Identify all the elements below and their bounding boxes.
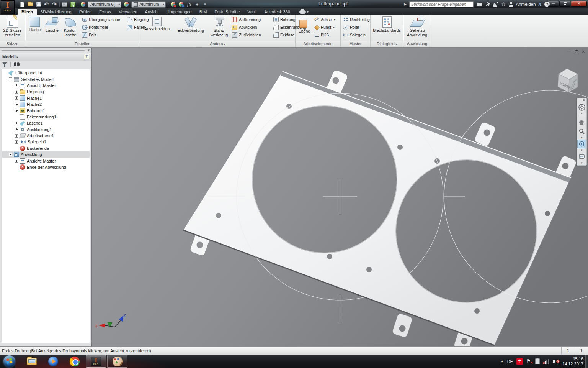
flaeche-button[interactable]: Fläche	[26, 15, 44, 32]
find-binoculars-icon[interactable]	[14, 62, 20, 67]
orbit-button[interactable]	[577, 140, 586, 148]
expand-icon[interactable]	[15, 122, 18, 125]
search-input[interactable]	[409, 1, 474, 7]
tree-item-flaeche2[interactable]: Fläche2	[2, 101, 90, 107]
expand-icon[interactable]	[15, 109, 18, 112]
auftrennung-button[interactable]: Auftrennung	[230, 16, 272, 23]
rechteckig-button[interactable]: Rechteckig	[341, 16, 371, 23]
panel-label-aendern[interactable]: Ändern	[140, 41, 295, 47]
tab-erste-schritte[interactable]: Erste Schritte	[211, 9, 243, 15]
appearance-button[interactable]	[80, 1, 86, 7]
navbar-caret-icon[interactable]: ▾	[581, 149, 583, 151]
expand-icon[interactable]	[15, 140, 18, 144]
start-button[interactable]	[3, 355, 15, 367]
tab-verwalten[interactable]: Verwalten	[115, 9, 141, 15]
polar-button[interactable]: Polar	[341, 23, 371, 31]
user-icon[interactable]	[509, 2, 513, 7]
material-browser-button[interactable]	[123, 1, 129, 7]
taskbar-media-player-button[interactable]	[43, 355, 63, 368]
appearance-combo[interactable]: Aluminium	[131, 1, 165, 8]
expand-icon[interactable]	[15, 134, 18, 138]
navigation-wheel-button[interactable]	[577, 103, 586, 112]
tree-item-flaeche1[interactable]: Fläche1	[2, 95, 90, 101]
communication-icon[interactable]	[493, 2, 498, 7]
tree-item-abwicklung[interactable]: Abwicklung	[2, 151, 90, 158]
panel-label-dialogfeld[interactable]: Dialogfeld	[371, 41, 403, 47]
taskbar-inventor-button[interactable]: IPRO	[86, 355, 106, 368]
close-button[interactable]: ✕	[571, 1, 587, 7]
gehe-zu-abwicklung-button[interactable]: Gehe zu Abwicklung	[404, 15, 430, 37]
lasche-button[interactable]: Lasche	[44, 15, 60, 33]
navbar-caret-icon[interactable]: ▾	[581, 162, 583, 164]
show-desktop-button[interactable]	[585, 355, 588, 368]
collapse-icon[interactable]	[9, 77, 12, 81]
panel-label-arbeitselemente[interactable]: Arbeitselemente	[296, 41, 340, 47]
wrench-icon[interactable]	[485, 2, 490, 7]
panel-label-muster[interactable]: Muster	[341, 41, 370, 47]
falz-button[interactable]: Falz	[80, 31, 126, 39]
parameters-button[interactable]: ƒx	[186, 1, 192, 7]
redo-button[interactable]: ↷	[51, 1, 57, 7]
expand-icon[interactable]	[15, 128, 18, 131]
tree-item-arbeitsebene1[interactable]: Arbeitsebene1	[2, 133, 90, 139]
navbar-caret-icon[interactable]: ▾	[581, 136, 583, 139]
tree-item-eckenrundung1[interactable]: Eckenrundung1	[2, 114, 90, 120]
blechstandards-button[interactable]: Blechstandards	[371, 15, 403, 33]
navbar-caret-icon[interactable]: ▾	[581, 112, 583, 115]
ausschneiden-button[interactable]: Ausschneiden	[141, 15, 173, 31]
ebene-button[interactable]: Ebene	[296, 15, 312, 34]
tab-3d-modellierung[interactable]: 3D-Modellierung	[37, 9, 75, 15]
network-icon[interactable]	[543, 359, 549, 364]
tray-clock[interactable]: 15:16 14.12.2017	[562, 356, 585, 366]
zurueckfalten-button[interactable]: Zurückfalten	[230, 31, 272, 39]
navbar-close-icon[interactable]: ✕	[583, 99, 585, 102]
tree-item-bauteilende[interactable]: Bauteilende	[2, 145, 90, 151]
language-indicator[interactable]: DE	[507, 359, 513, 364]
browser-dock-grip[interactable]: ✕	[2, 49, 90, 53]
tab-umgebungen[interactable]: Umgebungen	[163, 9, 196, 15]
stanzwerkzeug-button[interactable]: Stanz-werkzeug	[208, 15, 230, 37]
doc-close-button[interactable]: ✕	[582, 49, 585, 54]
tab-autodesk-360[interactable]: Autodesk 360	[261, 9, 294, 15]
doc-minimize-button[interactable]: —	[567, 49, 571, 54]
taskbar-chrome-button[interactable]	[64, 355, 85, 368]
expand-icon[interactable]	[15, 84, 18, 87]
tree-item-ansicht-master[interactable]: Ansicht: Master	[2, 82, 90, 89]
new-file-button[interactable]	[19, 1, 25, 7]
save-button[interactable]	[35, 1, 41, 7]
exchange-apps-icon[interactable]: X	[538, 1, 542, 7]
browser-header[interactable]: Modell ?	[0, 53, 91, 61]
tree-item-gefaltetes-modell[interactable]: Gefaltetes Modell	[2, 76, 90, 82]
tree-item-ansicht-master-2[interactable]: Ansicht: Master	[2, 158, 90, 164]
tab-extras[interactable]: Extras	[95, 9, 115, 15]
expand-icon[interactable]	[15, 103, 18, 106]
volume-muted-icon[interactable]	[553, 359, 559, 364]
look-at-button[interactable]	[577, 152, 586, 161]
browser-close-icon[interactable]: ✕	[87, 48, 90, 52]
update-button[interactable]	[70, 1, 76, 7]
browser-help-button[interactable]: ?	[84, 54, 89, 59]
tree-item-root[interactable]: Lüfterpanel.ipt	[2, 70, 90, 76]
search-binoculars-icon[interactable]	[476, 2, 482, 7]
restore-button[interactable]	[559, 1, 570, 7]
clear-appearance-button[interactable]	[178, 1, 184, 7]
minimize-button[interactable]: —	[548, 1, 559, 7]
bks-button[interactable]: BKS	[312, 31, 339, 39]
taskbar-paint-button[interactable]	[107, 355, 127, 368]
tab-ansicht[interactable]: Ansicht	[141, 9, 163, 15]
doc-restore-button[interactable]	[575, 50, 578, 53]
tab-blech[interactable]: Blech	[18, 9, 37, 15]
panel-label-skizze[interactable]: Skizze	[0, 41, 25, 47]
create-2d-sketch-button[interactable]: 2D-Skizze erstellen	[1, 15, 24, 37]
model-canvas[interactable]: VORNE RECHTS X Z	[92, 48, 588, 346]
application-menu-button[interactable]: I PRO	[1, 0, 15, 14]
expand-icon[interactable]	[15, 90, 18, 94]
expand-icon[interactable]	[15, 159, 18, 163]
tab-pruefen[interactable]: Prüfen	[75, 9, 95, 15]
viewport[interactable]: VORNE RECHTS X Z — ✕ ✕	[92, 48, 588, 346]
show-hidden-icons-button[interactable]: ▲	[501, 360, 504, 363]
filter-icon[interactable]	[2, 62, 7, 67]
qat-customize-button[interactable]: ▾	[202, 1, 208, 7]
tab-bim[interactable]: BIM	[196, 9, 211, 15]
tab-vault[interactable]: Vault	[243, 9, 260, 15]
